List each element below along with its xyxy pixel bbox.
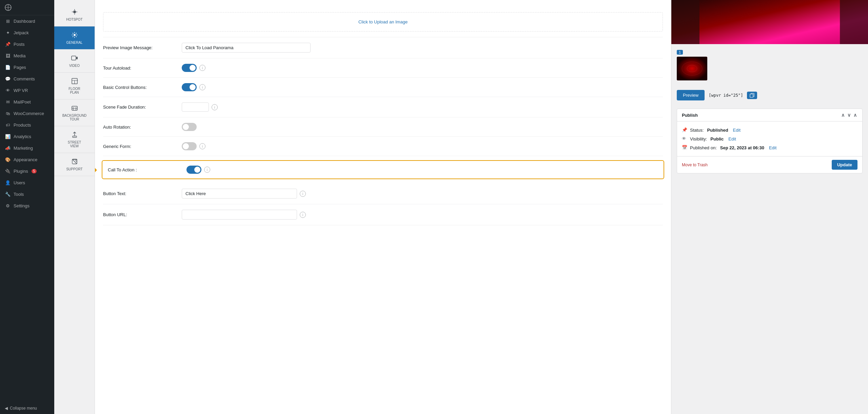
sidebar-item-wpvr[interactable]: 👁 WP VR — [0, 84, 54, 96]
sidebar-item-analytics[interactable]: 📊 Analytics — [0, 131, 54, 142]
tour-thumbnail-placeholder — [677, 57, 707, 80]
button-url-info[interactable]: i — [300, 212, 306, 218]
sec-sidebar-general[interactable]: GENERAL — [54, 26, 95, 50]
call-to-action-label: Call To Action : — [108, 167, 182, 172]
publish-collapse-up[interactable]: ∧ — [841, 112, 845, 118]
update-button[interactable]: Update — [832, 160, 857, 170]
scene-fade-duration-info[interactable]: i — [212, 104, 218, 110]
preview-image-container — [671, 0, 868, 44]
sidebar-item-posts[interactable]: 📌 Posts — [0, 38, 54, 50]
media-icon: 🖼 — [5, 53, 11, 59]
sidebar-item-settings[interactable]: ⚙ Settings — [0, 200, 54, 211]
sidebar-item-plugins[interactable]: 🔌 Plugins 5 — [0, 165, 54, 177]
sidebar-item-jetpack[interactable]: ✦ Jetpack — [0, 27, 54, 38]
call-to-action-info[interactable]: i — [204, 167, 210, 173]
call-to-action-toggle[interactable] — [186, 166, 201, 174]
tour-autoload-label: Tour Autoload: — [103, 65, 178, 71]
preview-button[interactable]: Preview — [677, 90, 705, 100]
sidebar-item-comments[interactable]: 💬 Comments — [0, 73, 54, 84]
preview-image-message-control — [182, 43, 663, 53]
button-url-input[interactable] — [182, 210, 297, 220]
sidebar-item-tools[interactable]: 🔧 Tools — [0, 188, 54, 200]
scene-fade-duration-row: Scene Fade Duration: i — [103, 97, 663, 117]
basic-control-buttons-info[interactable]: i — [199, 84, 205, 90]
sec-label-background-tour: BACKGROUNDTOUR — [62, 114, 87, 121]
publish-visibility-row: 👁 Visibility: Public Edit — [682, 134, 857, 143]
sec-sidebar-video[interactable]: VIDEO — [54, 50, 95, 73]
sec-label-street-view: STREETVIEW — [68, 140, 81, 148]
basic-control-buttons-toggle[interactable] — [182, 83, 197, 91]
right-panel: 1 — [671, 0, 868, 414]
copy-shortcode-button[interactable] — [747, 92, 757, 99]
preview-image-svg — [671, 0, 868, 44]
secondary-sidebar: HOTSPOT GENERAL VIDEO FLOORPLAN — [54, 0, 95, 414]
generic-form-toggle[interactable] — [182, 142, 197, 150]
copy-icon — [750, 93, 754, 98]
publish-collapse-close[interactable]: ∧ — [853, 112, 857, 118]
sec-label-support: SUPPORT — [66, 167, 82, 171]
products-icon: 🏷 — [5, 122, 11, 128]
auto-rotation-slider — [182, 123, 197, 131]
tour-autoload-info[interactable]: i — [199, 65, 205, 71]
sidebar-label-woocommerce: WooCommerce — [14, 111, 44, 116]
publish-collapse-down[interactable]: ∨ — [847, 112, 851, 118]
publish-status-row: 📌 Status: Published Edit — [682, 126, 857, 134]
generic-form-info[interactable]: i — [199, 143, 205, 149]
auto-rotation-toggle[interactable] — [182, 123, 197, 131]
sec-label-hotspot: HOTSPOT — [66, 18, 82, 21]
appearance-icon: 🎨 — [5, 156, 11, 163]
scene-fade-duration-control: i — [182, 102, 663, 112]
tour-autoload-slider — [182, 64, 197, 72]
button-url-label: Button URL: — [103, 212, 178, 217]
button-text-info[interactable]: i — [300, 191, 306, 197]
content-area: Click to Upload an Image Preview Image M… — [95, 0, 868, 414]
button-text-input[interactable] — [182, 189, 297, 199]
preview-image-message-input[interactable] — [182, 43, 311, 53]
publish-date-row: 📅 Published on: Sep 22, 2023 at 06:30 Ed… — [682, 143, 857, 152]
publish-visibility-edit[interactable]: Edit — [728, 136, 736, 142]
publish-box: Publish ∧ ∨ ∧ 📌 Status: Published Edit 👁 — [677, 109, 863, 173]
publish-date-label: Published on: — [690, 145, 717, 150]
analytics-icon: 📊 — [5, 133, 11, 139]
tour-autoload-toggle[interactable] — [182, 64, 197, 72]
dashboard-icon: ⊞ — [5, 18, 11, 24]
sec-sidebar-floor-plan[interactable]: FLOORPLAN — [54, 73, 95, 99]
sec-label-floor-plan: FLOORPLAN — [68, 87, 80, 94]
sec-sidebar-street-view[interactable]: STREETVIEW — [54, 126, 95, 153]
sidebar-item-products[interactable]: 🏷 Products — [0, 119, 54, 131]
sidebar-item-marketing[interactable]: 📣 Marketing — [0, 142, 54, 154]
video-icon — [71, 54, 78, 62]
upload-image-area[interactable]: Click to Upload an Image — [103, 12, 663, 32]
sidebar-item-woocommerce[interactable]: 🛍 WooCommerce — [0, 108, 54, 119]
collapse-menu-button[interactable]: ◀ Collapse menu — [0, 402, 54, 414]
sidebar-item-pages[interactable]: 📄 Pages — [0, 61, 54, 73]
publish-date-edit[interactable]: Edit — [769, 145, 776, 150]
basic-control-buttons-slider — [182, 83, 197, 91]
comments-icon: 💬 — [5, 76, 11, 82]
publish-header: Publish ∧ ∨ ∧ — [677, 109, 862, 121]
sidebar-item-users[interactable]: 👤 Users — [0, 177, 54, 188]
generic-form-control: i — [182, 142, 663, 150]
calendar-icon: 📅 — [682, 145, 687, 150]
sidebar-label-pages: Pages — [14, 65, 26, 70]
sidebar-item-media[interactable]: 🖼 Media — [0, 50, 54, 61]
sidebar-item-appearance[interactable]: 🎨 Appearance — [0, 154, 54, 165]
call-to-action-wrapper: ➜ Call To Action : i — [103, 156, 663, 183]
publish-status-edit[interactable]: Edit — [733, 128, 741, 133]
generic-form-label: Generic Form: — [103, 144, 178, 149]
sec-sidebar-support[interactable]: SUPPORT — [54, 153, 95, 176]
call-to-action-control: i — [186, 166, 658, 174]
scene-fade-duration-input[interactable] — [182, 102, 209, 112]
mailpoet-icon: ✉ — [5, 99, 11, 105]
sidebar-item-mailpoet[interactable]: ✉ MailPoet — [0, 96, 54, 108]
publish-date-value: Sep 22, 2023 at 06:30 — [720, 145, 764, 150]
sidebar-label-products: Products — [14, 123, 31, 128]
center-panel: Click to Upload an Image Preview Image M… — [95, 0, 671, 414]
move-to-trash-link[interactable]: Move to Trash — [682, 163, 708, 167]
sec-sidebar-background-tour[interactable]: BACKGROUNDTOUR — [54, 99, 95, 126]
svg-point-1 — [73, 11, 76, 13]
svg-rect-8 — [671, 0, 868, 44]
sidebar-label-users: Users — [14, 180, 25, 185]
sec-sidebar-hotspot[interactable]: HOTSPOT — [54, 3, 95, 26]
sidebar-item-dashboard[interactable]: ⊞ Dashboard — [0, 15, 54, 27]
